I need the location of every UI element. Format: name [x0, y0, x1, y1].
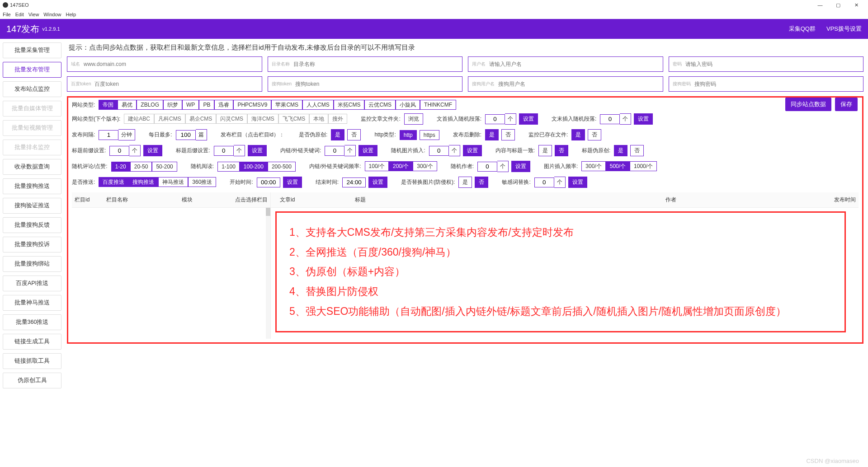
r5i-opt-2[interactable]: 1000/个	[630, 161, 657, 171]
link-qq-group[interactable]: 采集QQ群	[789, 25, 816, 33]
sidebar-item-7[interactable]: 批量搜狗推送	[3, 178, 61, 194]
replace-image-yes[interactable]: 是	[458, 177, 472, 188]
row1opts-opt-3[interactable]: 织梦	[163, 100, 182, 110]
link-vps-settings[interactable]: VPS拨号设置	[826, 25, 862, 33]
sync-button[interactable]: 同步站点数据	[785, 98, 831, 111]
row1opts-opt-13[interactable]: THINKCMF	[420, 100, 456, 110]
r5r-opt-2[interactable]: 200-500	[268, 162, 296, 172]
row1opts-opt-11[interactable]: 云优CMS	[364, 100, 396, 110]
start-time-input[interactable]	[257, 177, 280, 187]
r5i-opt-0[interactable]: 300/个	[581, 161, 605, 171]
row2opts-opt-5[interactable]: 飞飞CMS	[278, 114, 310, 124]
sidebar-item-5[interactable]: 批量排名监控	[3, 140, 61, 155]
insert-tail-input[interactable]	[600, 114, 620, 124]
sidebar-item-14[interactable]: 批量360推送	[3, 314, 61, 330]
sensitive-word-input[interactable]	[534, 177, 554, 187]
user-field[interactable]: 用户名	[468, 56, 663, 72]
dir-field[interactable]: 目录名称	[268, 56, 463, 72]
menu-edit[interactable]: Edit	[15, 12, 24, 17]
pseudo-original-no[interactable]: 否	[347, 129, 361, 140]
row2opts-opt-6[interactable]: 本地	[309, 114, 328, 124]
random-author-set[interactable]: 设置	[511, 161, 530, 172]
r5r-opt-1[interactable]: 100-200	[240, 162, 268, 172]
row1opts-opt-4[interactable]: WP	[182, 100, 199, 110]
push-opt-1[interactable]: 搜狗推送	[128, 177, 158, 187]
sidebar-item-4[interactable]: 批量短视频管理	[3, 120, 61, 136]
r5k-opt-0[interactable]: 100/个	[365, 161, 389, 171]
sidebar-item-17[interactable]: 伪原创工具	[3, 373, 61, 388]
row1opts-opt-5[interactable]: PB	[199, 100, 214, 110]
row2opts-opt-7[interactable]: 搜外	[328, 114, 347, 124]
row2opts-opt-4[interactable]: 海洋CMS	[247, 114, 278, 124]
end-time-input[interactable]	[342, 177, 366, 187]
link-keyword-input[interactable]	[325, 146, 344, 156]
domain-field[interactable]: 域名	[67, 56, 262, 72]
start-time-set[interactable]: 设置	[283, 177, 302, 188]
pseudo-original-yes[interactable]: 是	[331, 129, 344, 140]
baidu-token-input[interactable]	[94, 81, 258, 87]
row1opts-opt-8[interactable]: 苹果CMS	[271, 100, 302, 110]
row2opts-opt-0[interactable]: 建站ABC	[124, 114, 154, 124]
sogou-token-input[interactable]	[295, 81, 458, 87]
baidu-token-field[interactable]: 百度token	[67, 76, 262, 92]
title-prefix-set[interactable]: 设置	[143, 145, 162, 156]
row1opts-opt-0[interactable]: 帝国	[99, 100, 118, 110]
r5k-opt-1[interactable]: 200/个	[389, 161, 413, 171]
row1opts-opt-12[interactable]: 小旋风	[396, 100, 420, 110]
title-suffix-input[interactable]	[214, 146, 234, 156]
sidebar-item-0[interactable]: 批量采集管理	[3, 42, 61, 58]
sidebar-item-15[interactable]: 链接生成工具	[3, 334, 61, 350]
r5c-opt-1[interactable]: 20-50	[130, 162, 152, 172]
domain-input[interactable]	[84, 61, 258, 67]
random-author-input[interactable]	[477, 162, 497, 172]
delete-after-no[interactable]: 否	[501, 129, 515, 140]
sogou-pwd-input[interactable]	[694, 81, 860, 87]
sidebar-item-11[interactable]: 批量搜狗绑站	[3, 256, 61, 272]
row1opts-opt-10[interactable]: 米拓CMS	[334, 100, 365, 110]
daily-max-input[interactable]	[176, 130, 196, 140]
title-prefix-input[interactable]	[109, 146, 129, 156]
browse-button[interactable]: 浏览	[404, 113, 423, 125]
row1opts-opt-9[interactable]: 人人CMS	[302, 100, 334, 110]
title-pseudo-no[interactable]: 否	[630, 145, 644, 156]
row1opts-opt-6[interactable]: 迅睿	[214, 100, 233, 110]
insert-tail-set[interactable]: 设置	[634, 113, 653, 125]
minimize-button[interactable]: —	[811, 2, 829, 8]
sidebar-item-16[interactable]: 链接抓取工具	[3, 353, 61, 369]
sidebar-item-10[interactable]: 批量搜狗投诉	[3, 237, 61, 252]
push-opt-2[interactable]: 神马推送	[158, 177, 188, 187]
random-image-input[interactable]	[429, 146, 449, 156]
r5i-opt-1[interactable]: 500/个	[606, 161, 630, 171]
row2opts-opt-1[interactable]: 凡科CMS	[154, 114, 185, 124]
save-button[interactable]: 保存	[835, 98, 858, 111]
article-id-header[interactable]: 文章id	[271, 192, 352, 207]
title-suffix-set[interactable]: 设置	[248, 145, 267, 156]
row2opts-opt-2[interactable]: 易企CMS	[185, 114, 217, 124]
sidebar-item-8[interactable]: 搜狗验证推送	[3, 198, 61, 214]
sogou-pwd-field[interactable]: 搜狗密码	[669, 76, 864, 92]
menu-file[interactable]: File	[3, 12, 11, 17]
sogou-user-input[interactable]	[498, 81, 659, 87]
http-option[interactable]: http	[400, 130, 417, 140]
link-keyword-set[interactable]: 设置	[359, 145, 377, 156]
sogou-token-field[interactable]: 搜狗token	[268, 76, 463, 92]
row1opts-opt-1[interactable]: 易优	[118, 100, 137, 110]
row1opts-opt-7[interactable]: PHPCMSV9	[233, 100, 271, 110]
sidebar-item-2[interactable]: 发布站点监控	[3, 81, 61, 97]
delete-after-yes[interactable]: 是	[485, 129, 499, 140]
col-name-header[interactable]: 栏目名称	[104, 192, 162, 207]
maximize-button[interactable]: ▢	[829, 2, 847, 8]
monitor-exist-yes[interactable]: 是	[571, 129, 585, 140]
sensitive-word-set[interactable]: 设置	[568, 177, 587, 188]
sidebar-item-9[interactable]: 批量搜狗反馈	[3, 217, 61, 233]
insert-head-input[interactable]	[485, 114, 505, 124]
sidebar-item-13[interactable]: 批量神马推送	[3, 295, 61, 311]
title-pseudo-yes[interactable]: 是	[614, 145, 627, 156]
menu-help[interactable]: Help	[66, 12, 76, 17]
https-option[interactable]: https	[420, 130, 439, 140]
insert-head-set[interactable]: 设置	[519, 113, 538, 125]
row2opts-opt-3[interactable]: 闪灵CMS	[216, 114, 247, 124]
pwd-field[interactable]: 密码	[669, 56, 864, 72]
article-title-header[interactable]: 标题	[352, 192, 524, 207]
content-title-match-no[interactable]: 否	[555, 145, 568, 156]
